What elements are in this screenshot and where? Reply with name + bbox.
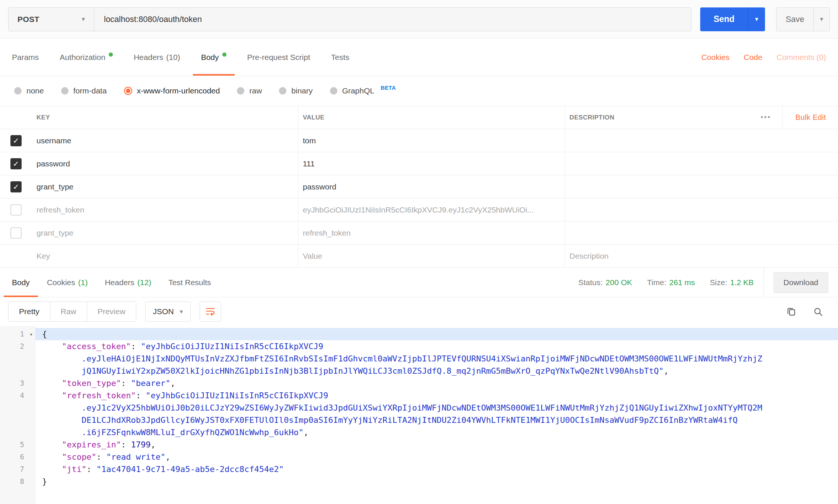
body-type-form-data[interactable]: form-data bbox=[61, 86, 107, 95]
code-content: .eyJ1c2VyX25hbWUiOiJ0b20iLCJzY29wZSI6WyJ… bbox=[35, 402, 838, 414]
value-cell[interactable]: password bbox=[298, 175, 565, 198]
code-token bbox=[42, 354, 82, 363]
send-button[interactable]: Send bbox=[700, 7, 748, 31]
code-token bbox=[42, 440, 62, 449]
response-tab-cookies[interactable]: Cookies(1) bbox=[47, 268, 88, 297]
tab-label: Body bbox=[12, 278, 30, 287]
kv-rows: usernametompassword111grant_typepassword… bbox=[0, 129, 838, 268]
response-tab-test-results[interactable]: Test Results bbox=[168, 268, 211, 297]
wrap-text-button[interactable] bbox=[200, 302, 221, 322]
value-cell[interactable]: Value bbox=[298, 245, 565, 267]
urlencoded-kv-table: KEY VALUE DESCRIPTION ••• Bulk Edit user… bbox=[0, 106, 838, 268]
code-token: "eyJhbGciOiJIUzI1NiIsInR5cCI6IkpXVCJ9 bbox=[146, 391, 328, 400]
method-dropdown[interactable]: POST bbox=[9, 8, 94, 31]
radio-unselected-icon bbox=[279, 87, 286, 95]
value-cell[interactable]: 111 bbox=[298, 152, 565, 175]
meta-value: 200 OK bbox=[606, 278, 632, 287]
bulk-edit-link[interactable]: Bulk Edit bbox=[782, 106, 838, 129]
kv-row: grant_typepassword bbox=[0, 175, 838, 198]
key-cell[interactable]: username bbox=[32, 129, 298, 152]
view-mode-preview[interactable]: Preview bbox=[87, 302, 136, 321]
view-mode-pretty[interactable]: Pretty bbox=[9, 302, 50, 321]
description-cell[interactable] bbox=[565, 152, 838, 175]
line-number: 5 bbox=[0, 438, 35, 451]
meta-size: Size:1.2 KB bbox=[710, 278, 754, 287]
row-checkbox[interactable] bbox=[10, 204, 22, 216]
body-type-label: none bbox=[26, 86, 44, 95]
code-line: 8} bbox=[0, 475, 838, 488]
row-checkbox[interactable] bbox=[10, 135, 22, 146]
code-line: 1▾{ bbox=[0, 328, 838, 340]
description-cell[interactable] bbox=[565, 221, 838, 244]
code-token bbox=[42, 366, 82, 376]
code-line: .eyJ1c2VyX25hbWUiOiJ0b20iLCJzY29wZSI6WyJ… bbox=[0, 402, 838, 414]
response-tabs: BodyCookies(1)Headers(12)Test Results bbox=[12, 268, 228, 297]
radio-unselected-icon bbox=[237, 87, 244, 95]
response-tab-headers[interactable]: Headers(12) bbox=[105, 268, 151, 297]
green-status-dot bbox=[109, 52, 113, 57]
save-button-group: Save bbox=[776, 7, 830, 31]
body-type-binary[interactable]: binary bbox=[279, 86, 312, 95]
code-token: , bbox=[170, 379, 175, 388]
download-wrap: Download bbox=[764, 268, 838, 297]
body-type-x-www-form-urlencoded[interactable]: x-www-form-urlencoded bbox=[124, 86, 220, 95]
download-button[interactable]: Download bbox=[774, 272, 828, 293]
key-cell[interactable]: Key bbox=[32, 245, 298, 267]
wrap-text-icon bbox=[205, 306, 216, 317]
code-content: "expires_in": 1799, bbox=[35, 438, 838, 451]
link-code[interactable]: Code bbox=[744, 53, 762, 62]
code-token: "bearer" bbox=[131, 379, 170, 388]
tab-label: Tests bbox=[331, 53, 349, 62]
save-button[interactable]: Save bbox=[776, 7, 813, 31]
description-cell[interactable] bbox=[565, 198, 838, 221]
green-status-dot bbox=[222, 52, 226, 57]
send-options-button[interactable] bbox=[748, 7, 765, 31]
send-button-group: Send bbox=[700, 7, 765, 31]
tab-tests[interactable]: Tests bbox=[331, 39, 349, 76]
more-options-icon[interactable]: ••• bbox=[750, 114, 783, 121]
value-cell[interactable]: tom bbox=[298, 129, 565, 152]
tab-authorization[interactable]: Authorization bbox=[60, 39, 113, 76]
code-token: { bbox=[42, 329, 47, 339]
kv-row: usernametom bbox=[0, 129, 838, 152]
tab-params[interactable]: Params bbox=[12, 39, 39, 76]
radio-unselected-icon bbox=[330, 87, 337, 95]
value-cell[interactable]: refresh_token bbox=[298, 221, 565, 244]
key-cell[interactable]: password bbox=[32, 152, 298, 175]
body-type-none[interactable]: none bbox=[14, 86, 44, 95]
response-tab-body[interactable]: Body bbox=[12, 268, 30, 297]
fold-toggle-icon[interactable]: ▾ bbox=[30, 328, 33, 341]
row-checkbox[interactable] bbox=[10, 227, 22, 239]
code-token bbox=[42, 391, 62, 400]
description-cell[interactable] bbox=[565, 175, 838, 198]
search-button[interactable] bbox=[811, 305, 825, 318]
code-token: , bbox=[304, 428, 308, 437]
view-mode-raw[interactable]: Raw bbox=[50, 302, 87, 321]
meta-status: Status:200 OK bbox=[578, 278, 632, 287]
save-options-button[interactable] bbox=[813, 7, 830, 31]
key-cell[interactable]: refresh_token bbox=[32, 198, 298, 221]
url-input[interactable]: localhost:8080/oauth/token bbox=[94, 8, 691, 31]
code-line: jQ1NGUyIiwiY2xpZW50X2lkIjoicHNhZG1pbiIsI… bbox=[0, 365, 838, 377]
row-checkbox[interactable] bbox=[10, 181, 22, 192]
format-dropdown[interactable]: JSON bbox=[145, 302, 191, 322]
body-type-raw[interactable]: raw bbox=[237, 86, 262, 95]
value-cell[interactable]: eyJhbGciOiJIUzI1NiIsInR5cCI6IkpXVCJ9.eyJ… bbox=[298, 198, 565, 221]
description-cell[interactable] bbox=[565, 129, 838, 152]
description-cell[interactable]: Description bbox=[565, 245, 838, 267]
copy-button[interactable] bbox=[784, 305, 798, 318]
line-number: 7 bbox=[0, 463, 35, 475]
key-cell[interactable]: grant_type bbox=[32, 175, 298, 198]
body-type-graphql[interactable]: GraphQLBETA bbox=[330, 86, 396, 95]
tab-pre-request-script[interactable]: Pre-request Script bbox=[247, 39, 310, 76]
line-number bbox=[0, 414, 35, 426]
key-cell[interactable]: grant_type bbox=[32, 221, 298, 244]
tab-label: Headers bbox=[105, 278, 134, 287]
tab-count: (12) bbox=[137, 278, 151, 287]
tab-body[interactable]: Body bbox=[201, 39, 226, 76]
tab-headers[interactable]: Headers(10) bbox=[134, 39, 180, 76]
row-checkbox[interactable] bbox=[10, 158, 22, 169]
link-cookies[interactable]: Cookies bbox=[701, 53, 730, 62]
link-comments-0[interactable]: Comments (0) bbox=[777, 53, 826, 62]
code-token: jQ1NGUyIiwiY2xpZW50X2lkIjoicHNhZG1pbiIsI… bbox=[82, 366, 664, 376]
